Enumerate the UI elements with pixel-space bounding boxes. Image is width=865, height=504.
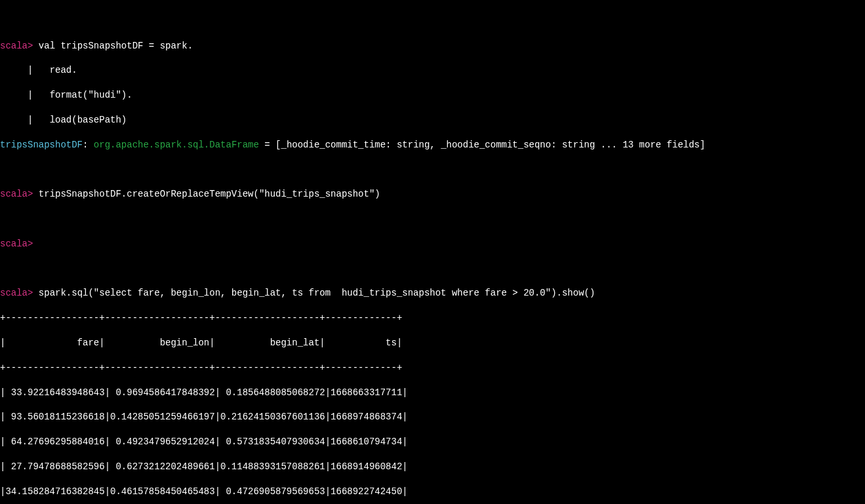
code-line-6: scala> spark.sql("select fare, begin_lon… [0, 287, 865, 300]
empty-prompt[interactable]: scala> [0, 238, 865, 250]
code-line-5: scala> tripsSnapshotDF.createOrReplaceTe… [0, 188, 865, 201]
table-header: | fare| begin_lon| begin_lat| ts| [0, 337, 865, 349]
type-declaration: org.apache.spark.sql.DataFrame [94, 140, 259, 150]
table-divider: +-----------------+-------------------+-… [0, 362, 865, 374]
code-text: format("hudi"). [33, 90, 132, 100]
result-line: tripsSnapshotDF: org.apache.spark.sql.Da… [0, 139, 865, 151]
table-row: | 27.79478688582596| 0.6273212202489661|… [0, 461, 865, 473]
scala-prompt: scala> [0, 288, 33, 298]
code-text: load(basePath) [33, 115, 127, 125]
code-line-1: scala> val tripsSnapshotDF = spark. [0, 40, 865, 52]
table-row: | 64.27696295884016| 0.4923479652912024|… [0, 436, 865, 448]
table-row: | 33.92216483948643| 0.9694586417848392|… [0, 387, 865, 399]
variable-name: tripsSnapshotDF [0, 140, 83, 150]
code-line-2: | read. [0, 64, 865, 77]
blank-line [0, 263, 865, 275]
code-text: read. [33, 65, 77, 75]
table-row: |34.158284716382845|0.46157858450465483|… [0, 486, 865, 498]
table-row: | 93.56018115236618|0.14285051259466197|… [0, 411, 865, 423]
code-text: val tripsSnapshotDF = spark. [33, 41, 193, 51]
continuation-marker: | [0, 65, 33, 75]
result-rest: = [_hoodie_commit_time: string, _hoodie_… [259, 140, 706, 150]
code-text: spark.sql("select fare, begin_lon, begin… [33, 288, 595, 298]
blank-line [0, 164, 865, 176]
colon: : [83, 140, 94, 150]
continuation-marker: | [0, 115, 33, 125]
code-text: tripsSnapshotDF.createOrReplaceTempView(… [33, 189, 380, 199]
table-divider: +-----------------+-------------------+-… [0, 312, 865, 324]
code-line-4: | load(basePath) [0, 114, 865, 126]
continuation-marker: | [0, 90, 33, 100]
scala-prompt: scala> [0, 239, 33, 249]
blank-line [0, 213, 865, 225]
code-line-3: | format("hudi"). [0, 89, 865, 102]
scala-prompt: scala> [0, 41, 33, 51]
scala-prompt: scala> [0, 189, 33, 199]
